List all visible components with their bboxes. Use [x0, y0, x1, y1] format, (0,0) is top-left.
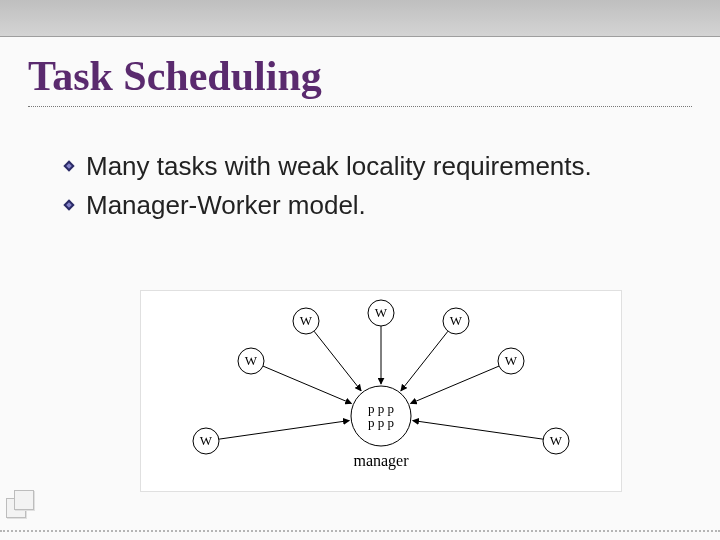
- worker-node-label: W: [550, 433, 563, 448]
- bullet-item: Many tasks with weak locality requiremen…: [62, 150, 680, 183]
- diagram-svg: p p pp p pWWWWWWW manager: [141, 291, 621, 491]
- manager-node-label: p p p: [368, 401, 394, 416]
- title-area: Task Scheduling: [28, 52, 692, 107]
- svg-line-4: [219, 421, 349, 440]
- slide-title: Task Scheduling: [28, 52, 692, 100]
- worker-node-label: W: [450, 313, 463, 328]
- bullet-text: Manager-Worker model.: [86, 189, 680, 222]
- svg-line-8: [401, 331, 448, 391]
- svg-line-10: [413, 421, 543, 440]
- title-underline: [28, 106, 692, 107]
- worker-node-label: W: [505, 353, 518, 368]
- worker-node-label: W: [200, 433, 213, 448]
- body-area: Many tasks with weak locality requiremen…: [62, 150, 680, 227]
- worker-node-label: W: [300, 313, 313, 328]
- corner-decoration-icon: [6, 488, 42, 524]
- slide-topbar: [0, 0, 720, 37]
- svg-line-9: [410, 366, 499, 403]
- bullet-item: Manager-Worker model.: [62, 189, 680, 222]
- worker-node-label: W: [375, 305, 388, 320]
- diamond-bullet-icon: [62, 159, 76, 173]
- manager-node-label: p p p: [368, 415, 394, 430]
- diamond-bullet-icon: [62, 198, 76, 212]
- manager-worker-diagram: p p pp p pWWWWWWW manager: [140, 290, 622, 492]
- bullet-text: Many tasks with weak locality requiremen…: [86, 150, 680, 183]
- svg-line-6: [314, 331, 361, 391]
- footer-rule: [0, 530, 720, 532]
- manager-caption: manager: [353, 452, 409, 470]
- worker-node-label: W: [245, 353, 258, 368]
- svg-line-5: [263, 366, 352, 403]
